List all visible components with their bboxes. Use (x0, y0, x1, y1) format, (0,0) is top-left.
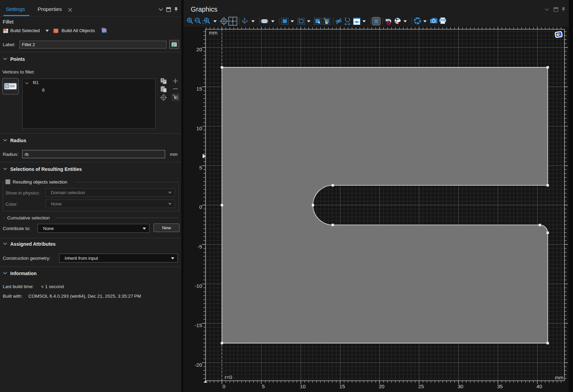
svg-text:0: 0 (223, 383, 225, 389)
svg-text:mm: mm (209, 30, 217, 36)
svg-text:-5: -5 (198, 244, 202, 249)
svg-text:20: 20 (196, 46, 202, 52)
svg-text:30: 30 (457, 383, 463, 389)
svg-text:20: 20 (379, 383, 385, 389)
svg-text:15: 15 (196, 86, 202, 92)
svg-text:10: 10 (300, 383, 306, 389)
svg-text:40: 40 (536, 383, 542, 389)
svg-text:5: 5 (199, 165, 202, 171)
svg-text:35: 35 (497, 383, 503, 389)
svg-text:0: 0 (199, 204, 202, 210)
svg-text:-10: -10 (195, 283, 202, 289)
svg-text:15: 15 (339, 383, 345, 389)
svg-text:25: 25 (418, 383, 424, 389)
svg-text:-20: -20 (195, 362, 202, 368)
svg-text:5: 5 (262, 383, 265, 389)
svg-text:10: 10 (196, 125, 202, 131)
svg-text:-15: -15 (195, 322, 202, 328)
svg-text:mm: mm (555, 375, 563, 380)
svg-text:r=0: r=0 (225, 374, 232, 380)
